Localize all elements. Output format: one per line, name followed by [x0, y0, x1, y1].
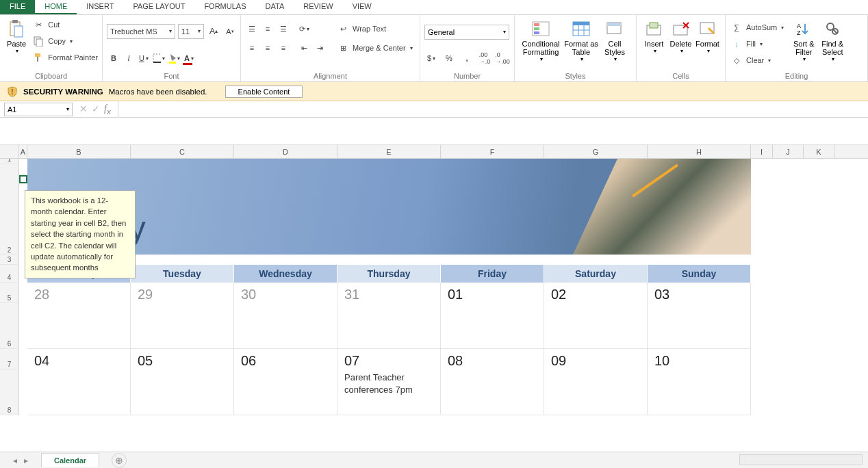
cal-cell[interactable]: 01 — [441, 283, 544, 349]
row-header-6[interactable]: 6 — [0, 303, 19, 349]
enable-content-button[interactable]: Enable Content — [225, 86, 303, 98]
insert-cells-button[interactable]: Insert▾ — [641, 16, 667, 57]
col-header-E[interactable]: E — [337, 145, 441, 158]
col-header-A[interactable]: A — [19, 145, 27, 158]
find-select-button[interactable]: Find & Select▾ — [818, 16, 847, 65]
col-header-F[interactable]: F — [441, 145, 544, 158]
underline-button[interactable]: U▾ — [137, 51, 151, 65]
banner-photo — [573, 159, 751, 255]
font-color-button[interactable]: A▾ — [182, 51, 196, 65]
cal-cell[interactable]: 08 — [441, 349, 544, 415]
align-top-button[interactable]: ☰ — [245, 22, 259, 36]
cell-styles-button[interactable]: Cell Styles▾ — [600, 16, 630, 65]
cal-cell[interactable]: 09 — [544, 349, 648, 415]
col-header-J[interactable]: J — [773, 145, 804, 158]
tab-review[interactable]: REVIEW — [294, 0, 342, 14]
col-header-D[interactable]: D — [234, 145, 337, 158]
sheet-nav-next[interactable]: ▸ — [24, 456, 28, 465]
col-header-C[interactable]: C — [131, 145, 234, 158]
horizontal-scrollbar[interactable] — [739, 454, 863, 465]
merge-center-button[interactable]: ⊞Merge & Center▾ — [336, 40, 413, 56]
accounting-button[interactable]: $▾ — [424, 51, 438, 65]
fill-button[interactable]: ↓Fill▾ — [730, 36, 784, 52]
font-size-select[interactable]: 11▾ — [178, 24, 204, 39]
row-header-8[interactable]: 8 — [0, 369, 19, 415]
decrease-decimal-button[interactable]: .0→.00 — [496, 51, 509, 65]
wrap-text-button[interactable]: ↩Wrap Text — [336, 21, 413, 37]
tab-view[interactable]: VIEW — [343, 0, 381, 14]
col-header-B[interactable]: B — [27, 145, 131, 158]
cal-cell[interactable]: 07Parent Teacher conferences 7pm — [337, 349, 441, 415]
align-left-button[interactable]: ≡ — [245, 41, 259, 55]
format-painter-button[interactable]: Format Painter — [31, 49, 98, 66]
row-header-4[interactable]: 4 — [0, 265, 19, 283]
col-header-I[interactable]: I — [751, 145, 773, 158]
comma-button[interactable]: , — [460, 51, 474, 65]
clear-button[interactable]: ◇Clear▾ — [730, 52, 784, 68]
col-header-K[interactable]: K — [804, 145, 834, 158]
column-headers: A B C D E F G H I J K — [0, 145, 868, 159]
sort-filter-button[interactable]: AZSort & Filter▾ — [789, 16, 818, 65]
delete-cells-button[interactable]: Delete▾ — [667, 16, 694, 57]
conditional-formatting-button[interactable]: Conditional Formatting▾ — [519, 16, 563, 65]
enter-formula-button[interactable]: ✓ — [92, 103, 100, 114]
cal-cell[interactable]: 28 — [27, 283, 131, 349]
row-header-1[interactable]: 1 — [0, 159, 19, 164]
format-cells-button[interactable]: Format▾ — [694, 16, 721, 57]
tab-formulas[interactable]: FORMULAS — [194, 0, 255, 14]
grow-font-button[interactable]: A▴ — [207, 25, 220, 38]
formula-input[interactable] — [118, 101, 868, 117]
copy-button[interactable]: Copy▾ — [31, 33, 98, 49]
decrease-indent-button[interactable]: ⇤ — [297, 41, 311, 55]
percent-button[interactable]: % — [442, 51, 456, 65]
cal-cell[interactable]: 06 — [234, 349, 337, 415]
fx-icon[interactable]: fx — [104, 103, 111, 116]
col-header-G[interactable]: G — [544, 145, 648, 158]
bold-button[interactable]: B — [107, 51, 120, 65]
autosum-button[interactable]: ∑AutoSum▾ — [730, 19, 784, 36]
fill-color-button[interactable]: ▾ — [167, 51, 181, 65]
cal-cell[interactable]: 29 — [131, 283, 234, 349]
shrink-font-button[interactable]: A▾ — [223, 25, 237, 38]
cal-cell[interactable]: 10 — [648, 349, 751, 415]
security-title: SECURITY WARNING — [23, 88, 103, 96]
cal-cell[interactable]: 30 — [234, 283, 337, 349]
number-format-select[interactable]: General▾ — [424, 25, 509, 40]
group-alignment: ☰ ≡ ☰ ≡ ≡ ≡ ⟳▾ ⇤ ⇥ ↩Wrap Text ⊞Me — [241, 15, 420, 81]
orientation-button[interactable]: ⟳▾ — [297, 22, 311, 36]
tab-insert[interactable]: INSERT — [77, 0, 123, 14]
align-middle-button[interactable]: ≡ — [261, 22, 275, 36]
row-header-3[interactable]: 3 — [0, 255, 19, 265]
increase-indent-button[interactable]: ⇥ — [313, 41, 327, 55]
row-header-5[interactable]: 5 — [0, 283, 19, 303]
cal-cell[interactable]: 02 — [544, 283, 648, 349]
tab-data[interactable]: DATA — [256, 0, 294, 14]
cal-cell[interactable]: 04 — [27, 349, 131, 415]
paste-button[interactable]: Paste▾ — [4, 16, 29, 57]
name-box[interactable]: A1▾ — [4, 103, 73, 116]
cut-button[interactable]: ✂Cut — [31, 16, 98, 33]
cal-cell[interactable]: 05 — [131, 349, 234, 415]
align-right-button[interactable]: ≡ — [277, 41, 290, 55]
sheet-nav-prev[interactable]: ◂ — [13, 456, 17, 465]
add-sheet-button[interactable]: ⊕ — [112, 453, 127, 468]
tab-file[interactable]: FILE — [0, 0, 35, 14]
sheet-tab-calendar[interactable]: Calendar — [41, 453, 99, 467]
col-header-H[interactable]: H — [648, 145, 751, 158]
row-header-7[interactable]: 7 — [0, 349, 19, 369]
cal-cell[interactable]: 31 — [337, 283, 441, 349]
border-button[interactable]: ▾ — [152, 51, 166, 65]
cal-cell[interactable]: 03 — [648, 283, 751, 349]
tab-page-layout[interactable]: PAGE LAYOUT — [123, 0, 194, 14]
wrap-icon: ↩ — [336, 22, 350, 36]
format-as-table-button[interactable]: Format as Table▾ — [563, 16, 600, 65]
ribbon: Paste▾ ✂Cut Copy▾ Format Painter Clipboa… — [0, 15, 868, 82]
align-center-button[interactable]: ≡ — [261, 41, 275, 55]
row-header-2[interactable]: 2 — [0, 164, 19, 255]
italic-button[interactable]: I — [122, 51, 136, 65]
align-bottom-button[interactable]: ☰ — [277, 22, 290, 36]
tab-home[interactable]: HOME — [35, 0, 77, 14]
cancel-formula-button[interactable]: ✕ — [79, 103, 88, 114]
font-family-select[interactable]: Trebuchet MS▾ — [107, 24, 175, 39]
increase-decimal-button[interactable]: .00→.0 — [478, 51, 492, 65]
